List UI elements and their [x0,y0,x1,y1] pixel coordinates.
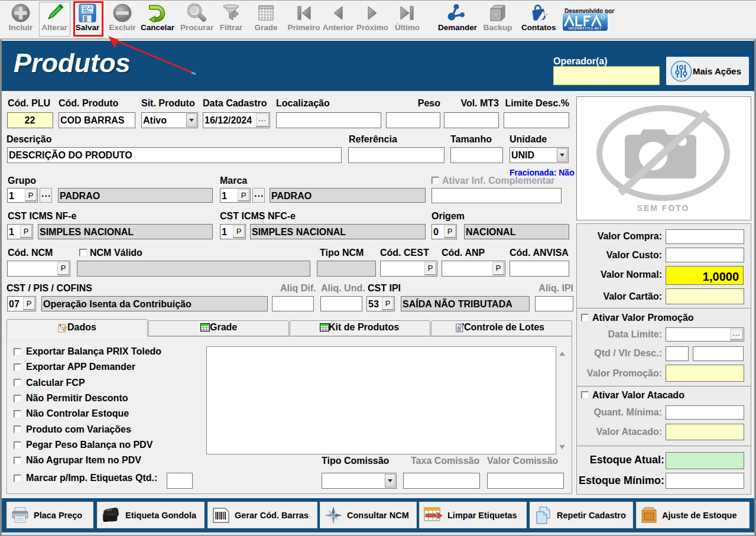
svg-text:INFORMÁTICA.NET: INFORMÁTICA.NET [569,27,602,30]
svg-text:SEM FOTO: SEM FOTO [637,203,690,213]
